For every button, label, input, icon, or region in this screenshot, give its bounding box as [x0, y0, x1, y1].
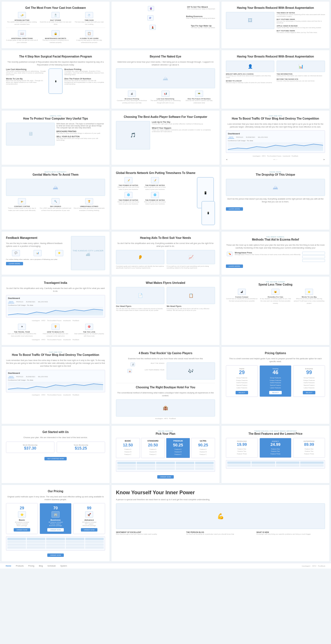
our-pricing-title: Our Pricing	[6, 489, 105, 493]
feedback-button[interactable]: LEARN MORE	[6, 262, 23, 265]
nav-schedule[interactable]: Schedule	[48, 565, 56, 567]
eczema-dropdown[interactable]	[302, 252, 325, 255]
eczema-features: 💊 Wrongchaser Press Wrongchaser Press is…	[226, 252, 301, 259]
started-button[interactable]: GET STARTED NOW	[44, 457, 67, 460]
travel-tab-business[interactable]: BUSINESSES	[25, 301, 36, 303]
traffic-chart	[228, 142, 323, 151]
our-pricing-subtitle: Original useful methods open it very cle…	[6, 495, 105, 501]
logo-1: travelagent	[32, 339, 40, 341]
makeup-link-item[interactable]: 💄 Tips For Age Make Up The best tips for…	[116, 25, 215, 31]
blog2-tab-fans[interactable]: MILLION FANS	[37, 376, 49, 378]
dropship-button[interactable]: LEARN MORE	[226, 207, 243, 211]
our-advance-features: All features included24/7 supportAdvance…	[76, 521, 103, 526]
travel-tab-visits[interactable]: VISITS	[8, 301, 14, 303]
beyond-eye-image: ⛰	[116, 68, 215, 88]
know-subtitle: A person is special and therefore we nee…	[116, 498, 325, 501]
eczema-button[interactable]: LEARN MORE	[226, 264, 243, 268]
our-advance-button[interactable]: ORDER NOW	[81, 528, 97, 532]
our-pricing-order-button[interactable]: ORDER NOW	[47, 553, 64, 557]
aug-section-desc: The basics of what happens when you buy …	[277, 32, 325, 33]
best-td-3	[276, 464, 299, 467]
know-feature-label-3: WHAT IS NEW	[256, 531, 325, 533]
tab-profiles[interactable]: PROFILES	[235, 136, 244, 139]
aug-section: THE RISKS OF NOTES A comprehensive artic…	[277, 12, 325, 17]
monthly-plan: Month Membership $37.30	[6, 442, 54, 453]
pr-td-11	[7, 546, 26, 549]
premium-price: 50.25	[168, 443, 188, 447]
feature-desc: A simple guide to help you get the most …	[6, 39, 38, 44]
travel-feature-icon-3: 🎯	[88, 325, 91, 328]
pick-plan-button[interactable]: ORDER NOW	[157, 475, 174, 479]
blog2-subtitle: Look remember that you have done the ext…	[6, 359, 105, 367]
book-icon: 📖	[20, 32, 24, 35]
know-title: Know Yourself Your Inner Power	[116, 489, 325, 496]
our-basic-name: Basic	[9, 519, 35, 521]
eczema-dropdown-2[interactable]	[302, 255, 325, 258]
hotel-icon: 🏨	[163, 405, 168, 411]
started-title: Get Started with Us	[6, 430, 105, 434]
our-business-button[interactable]: ORDER NOW	[47, 528, 64, 532]
audio-feature-desc: Finding the right path is yet another ef…	[152, 123, 215, 125]
hosting-button[interactable]: SELECT	[269, 391, 281, 394]
copter-icon: 🚁	[21, 200, 23, 203]
starter-features: Group FeaturesUnique FeaturesUseful Feat…	[228, 377, 255, 389]
travel-tab-fans[interactable]: MILLION FANS	[37, 301, 49, 303]
ear-icon: 👂	[138, 255, 143, 259]
hearing-right: 📈 If it as well as a lot of work to get …	[167, 250, 215, 269]
th-premium	[176, 462, 194, 464]
lock-icon: 🔒	[54, 32, 57, 35]
best-enterprise: ENTERPRISE 89.99 Feature OneFeature TwoF…	[293, 438, 325, 458]
boiling-link-item[interactable]: ⚗️ Boiling Essences How to improve your …	[116, 15, 215, 22]
camper-icon: 🏕	[241, 291, 243, 293]
yearly-price: $15.25	[59, 446, 103, 450]
enterprise-button[interactable]: SELECT	[303, 391, 315, 394]
blog2-tab-profiles[interactable]: PROFILES	[15, 376, 24, 378]
feature-item: ⏱ TIME SAVE The best ways to save time w…	[73, 12, 105, 25]
aug-section-desc: A comprehensive article examining all th…	[277, 14, 325, 17]
aug2-section: 📊 THE INFORMATION Getting all the inform…	[277, 61, 325, 77]
nav-home[interactable]: Home	[6, 565, 11, 567]
feature-item: 🖨 Brochure Printing Consider the many ad…	[116, 91, 148, 104]
travel-logo-2: #4FO	[41, 320, 45, 321]
feedback-icon-2: 📊	[36, 252, 39, 254]
tab-million-fans[interactable]: MILLION FANS	[257, 136, 269, 139]
blog2-tab-visits[interactable]: VISITS	[8, 376, 14, 378]
mountain-icon: ⛰	[163, 75, 168, 82]
warts-feature-desc: One of many daily generated and systemat…	[73, 207, 105, 212]
feature-desc: The key to success is knowing how to mai…	[40, 39, 71, 44]
logo-4: travelworld	[63, 339, 71, 341]
audio-icon: 🎵	[130, 132, 136, 138]
our-basic-button[interactable]: ORDER NOW	[14, 528, 30, 532]
tab-visits[interactable]: VISITS	[228, 136, 234, 139]
dashboard-title: Dashboard	[228, 132, 323, 135]
nav-blog[interactable]: Blog	[39, 565, 43, 567]
travel-tab-profiles[interactable]: PROFILES	[15, 301, 24, 303]
ad-icon: 📢	[164, 93, 167, 95]
protect-subtitle: With these are secure. The topic is some…	[56, 123, 105, 129]
rejuv-feature: Brochure Printing Consider the many adva…	[64, 68, 105, 75]
travel-feature-desc: Gain your destination and experience the…	[6, 333, 38, 337]
eczema-title: Methods That Aid In Eczema Relief	[226, 238, 325, 241]
audio-feature-label: What If Your Happen	[152, 127, 215, 129]
nav-pricing[interactable]: Pricing	[28, 565, 34, 567]
our-advance: 99 🚀 Advance All features included24/7 s…	[73, 503, 105, 534]
eczema-icon: 💊	[228, 253, 231, 255]
blog2-tab-business[interactable]: BUSINESSES	[25, 376, 36, 378]
hearing-image-right: 📈	[167, 250, 215, 264]
best-producer: PRODUCER 19.99 Feature OneFeature TwoFea…	[226, 438, 258, 458]
eczema-dropdown-3[interactable]	[302, 259, 325, 262]
business-icon: 🏢	[54, 513, 57, 516]
warts-feature: 🔍 SEO SPARKS For a SEO sparks and effect…	[40, 198, 71, 212]
basic-price: 12.50	[118, 443, 138, 447]
hearing-subtitle: So don't fall for this simplification an…	[116, 242, 215, 248]
wizard-link-item[interactable]: 🔮 Off To Get The Wizard Why counting you…	[116, 6, 215, 12]
chart-icon-2: 📈	[189, 255, 193, 259]
nav-products[interactable]: Products	[16, 565, 24, 567]
best-th-4	[300, 462, 324, 464]
starter-button[interactable]: SELECT	[236, 391, 248, 394]
tab-businesses[interactable]: BUSINESSES	[245, 136, 256, 139]
travel-logo-1: travelagent	[32, 320, 40, 321]
feedback-subtitle: You are the key to make every option. Ha…	[6, 242, 69, 248]
nav-system[interactable]: System	[60, 565, 67, 567]
our-advance-num: 99	[76, 506, 103, 510]
